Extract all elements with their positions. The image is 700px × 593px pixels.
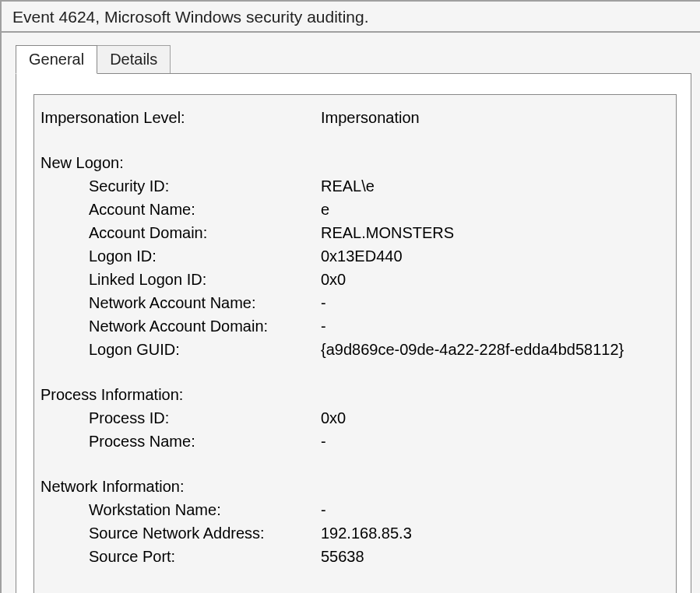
label-process-name: Process Name:: [40, 430, 321, 453]
tab-general-label: General: [29, 51, 84, 68]
label-logon-guid: Logon GUID:: [40, 338, 321, 361]
value-account-domain: REAL.MONSTERS: [321, 221, 670, 244]
event-properties-pane: Event 4624, Microsoft Windows security a…: [0, 0, 700, 593]
heading-new-logon: New Logon:: [40, 151, 321, 174]
label-network-account-domain: Network Account Domain:: [40, 314, 321, 338]
label-impersonation-level: Impersonation Level:: [40, 106, 321, 129]
value-logon-id: 0x13ED440: [321, 244, 670, 268]
tab-panel-general: Impersonation Level: Impersonation New L…: [16, 73, 691, 593]
value-source-network-address: 192.168.85.3: [321, 521, 670, 545]
label-linked-logon-id: Linked Logon ID:: [40, 268, 321, 291]
label-account-domain: Account Domain:: [40, 221, 321, 244]
value-network-account-domain: -: [321, 314, 670, 338]
value-logon-guid: {a9d869ce-09de-4a22-228f-edda4bd58112}: [321, 338, 670, 361]
section-network-information: Network Information: Workstation Name:- …: [40, 475, 670, 568]
heading-process-information: Process Information:: [40, 383, 321, 406]
value-account-name: e: [321, 198, 670, 221]
label-logon-id: Logon ID:: [40, 244, 321, 268]
tab-strip: General Details: [16, 42, 700, 73]
tab-general[interactable]: General: [16, 45, 97, 74]
label-account-name: Account Name:: [40, 198, 321, 221]
value-source-port: 55638: [321, 545, 670, 568]
label-process-id: Process ID:: [40, 406, 321, 430]
value-linked-logon-id: 0x0: [321, 268, 670, 291]
section-process-information: Process Information: Process ID:0x0 Proc…: [40, 383, 670, 453]
label-source-network-address: Source Network Address:: [40, 521, 321, 545]
value-network-account-name: -: [321, 291, 670, 314]
section-new-logon: New Logon: Security ID:REAL\e Account Na…: [40, 151, 670, 361]
value-workstation-name: -: [321, 498, 670, 521]
value-impersonation-level: Impersonation: [321, 106, 670, 129]
tab-details-label: Details: [110, 51, 157, 68]
label-security-id: Security ID:: [40, 174, 321, 198]
value-process-id: 0x0: [321, 406, 670, 430]
heading-network-information: Network Information:: [40, 475, 321, 498]
label-network-account-name: Network Account Name:: [40, 291, 321, 314]
label-workstation-name: Workstation Name:: [40, 498, 321, 521]
tab-details[interactable]: Details: [97, 45, 171, 73]
value-security-id: REAL\e: [321, 174, 670, 198]
event-description-box[interactable]: Impersonation Level: Impersonation New L…: [33, 94, 677, 593]
page-title: Event 4624, Microsoft Windows security a…: [2, 2, 700, 33]
value-process-name: -: [321, 430, 670, 453]
row-impersonation-level: Impersonation Level: Impersonation: [40, 106, 670, 129]
label-source-port: Source Port:: [40, 545, 321, 568]
